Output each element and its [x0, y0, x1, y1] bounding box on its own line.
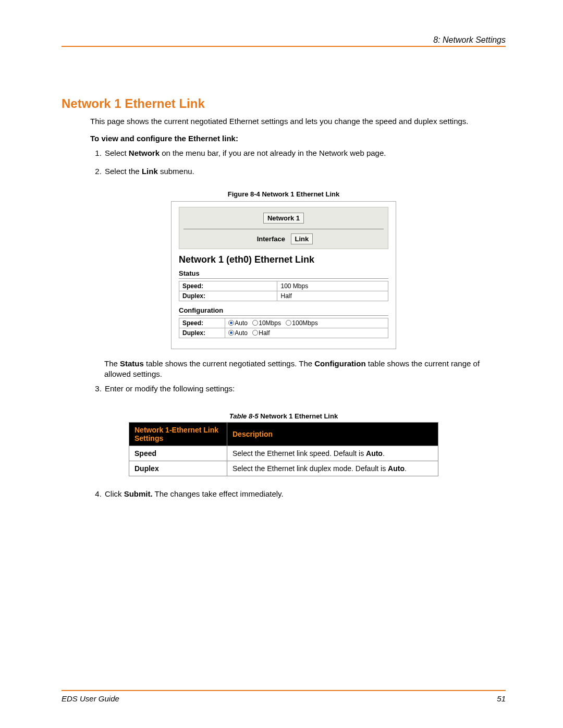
status-table: Speed: 100 Mbps Duplex: Half [179, 281, 388, 301]
status-duplex-value: Half [277, 291, 388, 301]
after-figure-text: The Status table shows the current negot… [104, 359, 506, 380]
subtab-link[interactable]: Link [291, 233, 313, 244]
status-speed-value: 100 Mbps [277, 281, 388, 291]
page-footer: EDS User Guide 51 [62, 690, 506, 703]
step-4: Click Submit. The changes take effect im… [104, 489, 506, 499]
radio-icon [228, 330, 234, 336]
radio-speed-auto[interactable]: Auto [228, 319, 248, 327]
figure-caption: Figure 8-4 Network 1 Ethernet Link [62, 190, 506, 198]
radio-speed-100mbps[interactable]: 100Mbps [286, 319, 317, 327]
table-row: Speed Select the Ethernet link speed. De… [129, 446, 438, 461]
radio-speed-10mbps[interactable]: 10Mbps [252, 319, 281, 327]
row-duplex-desc: Select the Ethernet link duplex mode. De… [227, 461, 438, 476]
table-row: Speed: 100 Mbps [179, 281, 388, 291]
status-heading: Status [179, 269, 388, 279]
col-header-settings: Network 1-Ethernet Link Settings [129, 422, 227, 446]
intro-paragraph: This page shows the current negotiated E… [90, 116, 506, 127]
row-speed-desc: Select the Ethernet link speed. Default … [227, 446, 438, 461]
table-caption: Table 8-5 Network 1 Ethernet Link [62, 412, 506, 420]
status-speed-label: Speed: [179, 281, 277, 291]
chapter-label: 8: Network Settings [433, 35, 506, 44]
subtab-interface[interactable]: Interface [254, 234, 288, 244]
panel-heading: Network 1 (eth0) Ethernet Link [179, 254, 388, 265]
step-2-keyword: Link [142, 167, 158, 176]
radio-duplex-half[interactable]: Half [252, 329, 270, 337]
panel-tab-area: Network 1 Interface Link [179, 207, 388, 249]
config-speed-label: Speed: [179, 318, 225, 328]
radio-icon [228, 320, 234, 326]
radio-icon [252, 330, 258, 336]
step-4-keyword: Submit. [124, 489, 153, 498]
config-table: Speed: Auto 10Mbps 100Mbps Duplex: Auto … [179, 318, 388, 338]
row-duplex-key: Duplex [129, 461, 227, 476]
col-header-description: Description [227, 422, 438, 446]
table-row: Duplex: Half [179, 291, 388, 301]
radio-icon [286, 320, 291, 326]
config-speed-options: Auto 10Mbps 100Mbps [225, 318, 388, 328]
embedded-screenshot: Network 1 Interface Link Network 1 (eth0… [171, 201, 396, 349]
footer-guide-name: EDS User Guide [62, 694, 119, 703]
table-row: Duplex Select the Ethernet link duplex m… [129, 461, 438, 476]
step-3: Enter or modify the following settings: [104, 384, 506, 394]
row-speed-key: Speed [129, 446, 227, 461]
step-2: Select the Link submenu. [104, 166, 506, 177]
settings-description-table: Network 1-Ethernet Link Settings Descrip… [129, 422, 438, 476]
table-row: Speed: Auto 10Mbps 100Mbps [179, 318, 388, 328]
step-1: Select Network on the menu bar, if you a… [104, 148, 506, 158]
radio-icon [252, 320, 258, 326]
section-title: Network 1 Ethernet Link [62, 96, 506, 111]
radio-duplex-auto[interactable]: Auto [228, 329, 248, 337]
status-duplex-label: Duplex: [179, 291, 277, 301]
task-heading: To view and configure the Ethernet link: [90, 134, 506, 143]
tab-network-1[interactable]: Network 1 [263, 213, 304, 224]
config-duplex-options: Auto Half [225, 328, 388, 338]
page-header: 8: Network Settings [62, 35, 506, 47]
step-1-keyword: Network [129, 149, 160, 157]
table-row: Duplex: Auto Half [179, 328, 388, 338]
config-duplex-label: Duplex: [179, 328, 225, 338]
footer-page-number: 51 [497, 694, 506, 703]
config-heading: Configuration [179, 306, 388, 316]
